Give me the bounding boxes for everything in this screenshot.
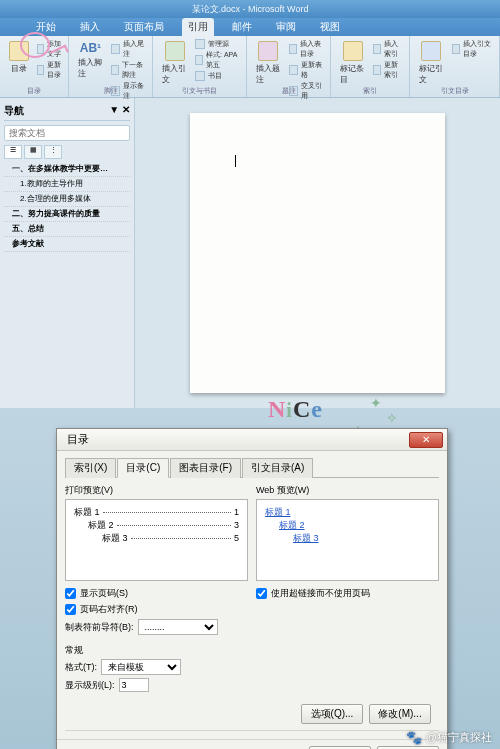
update-table-button[interactable]: 更新表格 <box>289 60 326 80</box>
dialog-body: 索引(X) 目录(C) 图表目录(F) 引文目录(A) 打印预览(V) 标题 1… <box>57 451 447 739</box>
nav-title: 导航 ▼ ✕ <box>4 102 130 121</box>
citation-icon <box>165 41 185 61</box>
window-title: 某论文.docx - Microsoft Word <box>192 3 309 16</box>
nav-tree: 一、在多媒体教学中更要… 1.教师的主导作用 2.合理的使用多媒体 二、努力提高… <box>4 162 130 252</box>
window-titlebar: 某论文.docx - Microsoft Word <box>0 0 500 18</box>
print-preview: 打印预览(V) 标题 11 标题 23 标题 35 <box>65 484 248 581</box>
dialog-footer: 确定 取消 <box>57 739 447 749</box>
nav-item[interactable]: 1.教师的主导作用 <box>4 177 130 192</box>
ribbon-group-footnote: AB¹ 插入脚注 插入尾注 下一条脚注 显示备注 脚注 <box>69 36 153 97</box>
leader-dropdown[interactable]: ........ <box>138 619 218 635</box>
dialog-sub-footer: 选项(Q)... 修改(M)... <box>65 698 439 731</box>
options-row: 显示页码(S) 页码右对齐(R) 制表符前导符(B): ........ 使用超… <box>65 587 439 638</box>
web-link: 标题 3 <box>265 532 430 545</box>
style-dropdown[interactable]: 样式: APA 第五 <box>195 50 241 70</box>
insert-citation-button[interactable]: 插入引文 <box>158 39 191 87</box>
nav-tab-pages[interactable]: ▦ <box>24 145 42 159</box>
preview-row: 打印预览(V) 标题 11 标题 23 标题 35 Web 预览(W) 标题 1… <box>65 484 439 581</box>
insert-index-button[interactable]: 插入索引 <box>373 39 404 59</box>
refresh-icon <box>37 65 44 75</box>
ribbon-group-caption: 插入题注 插入表目录 更新表格 交叉引用 题注 <box>247 36 331 97</box>
plus-icon <box>37 44 44 54</box>
bibliography-button[interactable]: 书目 <box>195 71 241 81</box>
nav-tab-results[interactable]: ⋮ <box>44 145 62 159</box>
dialog-titlebar[interactable]: 目录 ✕ <box>57 429 447 451</box>
document-area[interactable] <box>135 98 500 408</box>
right-options: 使用超链接而不使用页码 <box>256 587 439 638</box>
nav-item[interactable]: 二、努力提高课件的质量 <box>4 207 130 222</box>
tab-references[interactable]: 引用 <box>182 18 214 36</box>
update-toc-button[interactable]: 更新目录 <box>37 60 63 80</box>
print-preview-label: 打印预览(V) <box>65 484 248 497</box>
ribbon: 目录 添加文字 更新目录 目录 AB¹ 插入脚注 插入尾注 下一条脚注 显示备注… <box>0 36 500 98</box>
next-footnote-button[interactable]: 下一条脚注 <box>111 60 148 80</box>
tab-toc[interactable]: 目录(C) <box>117 458 169 478</box>
navigation-pane: 导航 ▼ ✕ ☰ ▦ ⋮ 一、在多媒体教学中更要… 1.教师的主导作用 2.合理… <box>0 98 135 408</box>
dialog-tabs: 索引(X) 目录(C) 图表目录(F) 引文目录(A) <box>65 457 439 478</box>
tab-toa[interactable]: 引文目录(A) <box>242 458 313 478</box>
toc-icon <box>9 41 29 61</box>
dialog-title: 目录 <box>61 432 89 447</box>
web-preview-label: Web 预览(W) <box>256 484 439 497</box>
page[interactable] <box>190 113 445 393</box>
mark-entry-button[interactable]: 标记条目 <box>336 39 368 87</box>
right-align-checkbox[interactable]: 页码右对齐(R) <box>65 603 248 616</box>
ribbon-group-citation: 插入引文 管理源 样式: APA 第五 书目 引文与书目 <box>153 36 247 97</box>
hyperlink-checkbox[interactable]: 使用超链接而不使用页码 <box>256 587 439 600</box>
nav-tab-headings[interactable]: ☰ <box>4 145 22 159</box>
web-preview-box: 标题 1 标题 2 标题 3 <box>256 499 439 581</box>
mark-citation-button[interactable]: 标记引文 <box>415 39 448 87</box>
general-label: 常规 <box>65 644 439 657</box>
nav-item[interactable]: 2.合理的使用多媒体 <box>4 192 130 207</box>
tab-home[interactable]: 开始 <box>30 18 62 36</box>
levels-spinner[interactable] <box>119 678 149 692</box>
insert-endnote-button[interactable]: 插入尾注 <box>111 39 148 59</box>
format-field: 格式(T): 来自模板 <box>65 659 439 675</box>
leader-field: 制表符前导符(B): ........ <box>65 619 248 635</box>
search-input[interactable] <box>4 125 130 141</box>
nav-search <box>4 125 130 141</box>
nav-item[interactable]: 一、在多媒体教学中更要… <box>4 162 130 177</box>
close-button[interactable]: ✕ <box>409 432 443 448</box>
ab-icon: AB¹ <box>80 41 101 55</box>
toc-button[interactable]: 目录 <box>5 39 33 80</box>
web-preview: Web 预览(W) 标题 1 标题 2 标题 3 <box>256 484 439 581</box>
add-text-button[interactable]: 添加文字 <box>37 39 63 59</box>
tab-tof[interactable]: 图表目录(F) <box>170 458 241 478</box>
levels-field: 显示级别(L): <box>65 678 439 692</box>
nav-close-icon[interactable]: ▼ ✕ <box>109 104 130 118</box>
show-page-checkbox[interactable]: 显示页码(S) <box>65 587 248 600</box>
tab-index[interactable]: 索引(X) <box>65 458 116 478</box>
tab-mail[interactable]: 邮件 <box>226 18 258 36</box>
tab-review[interactable]: 审阅 <box>270 18 302 36</box>
group-label: 引文目录 <box>410 86 499 96</box>
nav-item[interactable]: 参考文献 <box>4 237 130 252</box>
left-options: 显示页码(S) 页码右对齐(R) 制表符前导符(B): ........ <box>65 587 248 638</box>
caption-icon <box>258 41 278 61</box>
manage-sources-button[interactable]: 管理源 <box>195 39 241 49</box>
insert-tof-button[interactable]: 插入表目录 <box>289 39 326 59</box>
group-label: 脚注 <box>69 86 152 96</box>
mark-citation-icon <box>421 41 441 61</box>
toc-dialog: 目录 ✕ 索引(X) 目录(C) 图表目录(F) 引文目录(A) 打印预览(V)… <box>56 428 448 749</box>
print-preview-box: 标题 11 标题 23 标题 35 <box>65 499 248 581</box>
options-button[interactable]: 选项(Q)... <box>301 704 363 724</box>
format-dropdown[interactable]: 来自模板 <box>101 659 181 675</box>
tab-layout[interactable]: 页面布局 <box>118 18 170 36</box>
tab-view[interactable]: 视图 <box>314 18 346 36</box>
insert-toa-button[interactable]: 插入引文目录 <box>452 39 494 59</box>
web-link: 标题 2 <box>265 519 430 532</box>
nav-view-tabs: ☰ ▦ ⋮ <box>4 145 130 159</box>
paw-icon: 🐾 <box>406 730 422 745</box>
modify-button[interactable]: 修改(M)... <box>369 704 431 724</box>
ribbon-tab-strip: 开始 插入 页面布局 引用 邮件 审阅 视图 <box>0 18 500 36</box>
group-label: 目录 <box>0 86 68 96</box>
update-index-button[interactable]: 更新索引 <box>373 60 404 80</box>
watermark: 🐾 @猫宁真探社 <box>406 730 492 745</box>
ribbon-group-toc: 目录 添加文字 更新目录 目录 <box>0 36 69 97</box>
nav-item[interactable]: 五、总结 <box>4 222 130 237</box>
group-label: 题注 <box>247 86 330 96</box>
tab-insert[interactable]: 插入 <box>74 18 106 36</box>
group-label: 索引 <box>331 86 409 96</box>
ribbon-group-index: 标记条目 插入索引 更新索引 索引 <box>331 36 410 97</box>
